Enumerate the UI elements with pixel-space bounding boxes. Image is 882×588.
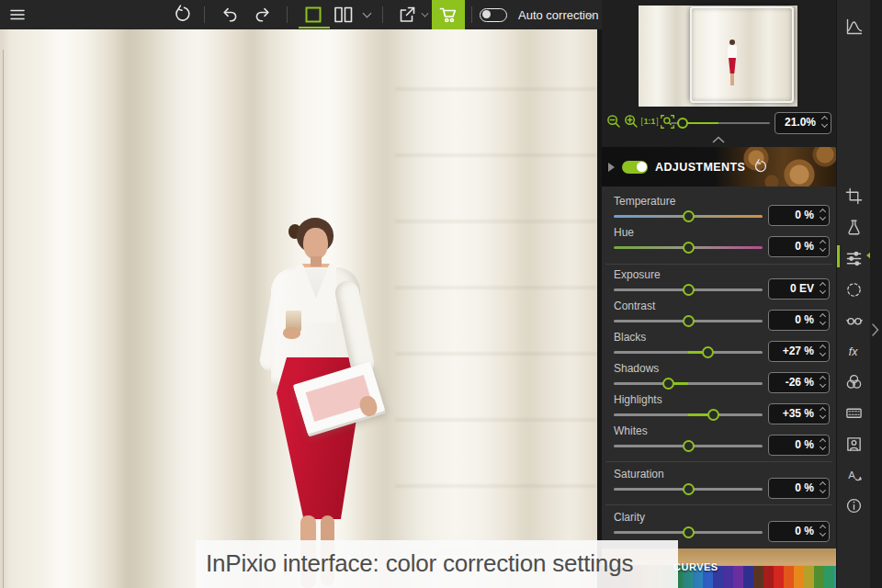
group-separator — [605, 264, 832, 265]
right-edge-strip — [870, 0, 882, 588]
value-spinner[interactable] — [820, 209, 825, 220]
inpixio-window: Auto correction — [0, 0, 882, 588]
slider-handle[interactable] — [683, 526, 695, 538]
value-spinner[interactable] — [820, 314, 825, 324]
navigator-collapse-chevron-up-icon[interactable] — [710, 134, 729, 145]
slider-track[interactable] — [614, 246, 763, 249]
zoom-slider-handle[interactable] — [677, 118, 688, 129]
cart-icon[interactable] — [432, 0, 465, 29]
menu-icon[interactable] — [6, 0, 29, 29]
slider-track[interactable] — [614, 215, 763, 218]
slider-value-box[interactable]: 0 % — [768, 205, 830, 226]
auto-correction-toggle[interactable] — [478, 0, 509, 29]
slider-track[interactable] — [614, 531, 763, 534]
undo-icon[interactable] — [217, 0, 243, 29]
typography-icon[interactable]: A — [837, 462, 871, 486]
zoom-slider-fill — [684, 122, 718, 124]
slider-value-box[interactable]: -26 % — [768, 372, 830, 393]
slider-value: +35 % — [783, 407, 814, 420]
group-separator — [605, 504, 832, 505]
selection-circle-icon[interactable] — [837, 277, 871, 301]
slider-value-box[interactable]: 0 % — [768, 478, 830, 499]
slider-value-box[interactable]: +27 % — [768, 341, 830, 362]
slider-track[interactable] — [614, 488, 763, 491]
slider-track[interactable] — [614, 413, 763, 416]
crop-icon[interactable] — [837, 184, 871, 208]
group-separator — [605, 461, 832, 462]
canvas-photo[interactable] — [0, 29, 597, 588]
share-caret-icon[interactable] — [419, 0, 430, 29]
slider-value-box[interactable]: 0 % — [768, 236, 830, 257]
effects-fx-icon[interactable]: fx — [837, 339, 871, 363]
value-spinner[interactable] — [820, 408, 825, 418]
slider-handle[interactable] — [683, 440, 695, 452]
glasses-icon[interactable] — [837, 308, 871, 332]
value-spinner[interactable] — [820, 345, 825, 356]
slider-value: 0 % — [795, 240, 814, 253]
slider-handle[interactable] — [662, 378, 674, 390]
zoom-value-box[interactable]: 21.0% — [775, 112, 831, 134]
slider-handle[interactable] — [683, 284, 695, 296]
slider-value-box[interactable]: 0 EV — [768, 278, 830, 300]
slider-handle[interactable] — [683, 315, 695, 327]
zoom-slider-track[interactable] — [671, 122, 770, 124]
slider-label: Blacks — [614, 331, 646, 344]
slider-value-box[interactable]: 0 % — [768, 521, 830, 542]
flask-icon[interactable] — [837, 215, 871, 239]
slider-label: Saturation — [614, 468, 664, 481]
auto-correction-caret-icon[interactable] — [582, 0, 597, 29]
adjust-sliders-icon[interactable] — [837, 246, 871, 270]
texture-keyboard-icon[interactable] — [837, 401, 871, 424]
portrait-frame-icon[interactable] — [837, 432, 871, 456]
view-single-icon[interactable] — [300, 0, 327, 29]
zoom-actual-1-1-icon[interactable]: 1:1 — [639, 113, 661, 130]
value-spinner[interactable] — [820, 283, 825, 293]
slider-label: Shadows — [614, 362, 659, 375]
view-options-caret-icon[interactable] — [358, 0, 375, 29]
redo-icon[interactable] — [250, 0, 276, 29]
photo-column-edge — [3, 50, 4, 588]
adjustments-collapse-triangle-icon[interactable] — [608, 163, 615, 172]
histogram-icon[interactable] — [837, 15, 871, 39]
slider-row-blacks: Blacks+27 % — [602, 331, 836, 364]
zoom-fit-icon[interactable] — [659, 113, 675, 130]
slider-handle[interactable] — [683, 483, 695, 495]
zoom-out-icon[interactable] — [605, 113, 622, 130]
slider-value-box[interactable]: 0 % — [768, 435, 830, 456]
figure-face — [303, 228, 328, 259]
slider-value: 0 % — [795, 525, 814, 537]
slider-value-box[interactable]: +35 % — [768, 403, 830, 424]
slider-handle[interactable] — [707, 409, 719, 421]
slider-label: Contrast — [614, 300, 655, 312]
value-spinner[interactable] — [820, 241, 825, 251]
zoom-spinner[interactable] — [822, 117, 827, 127]
slider-track[interactable] — [614, 382, 763, 385]
slider-handle[interactable] — [683, 242, 695, 254]
info-icon[interactable] — [837, 493, 871, 517]
view-split-icon[interactable] — [329, 0, 358, 29]
slider-handle[interactable] — [702, 346, 714, 358]
revert-icon[interactable] — [169, 0, 195, 29]
slider-row-clarity: Clarity0 % — [602, 511, 836, 544]
slider-track[interactable] — [614, 445, 763, 447]
slider-row-highlights: Highlights+35 % — [602, 393, 836, 426]
figure-hand-left — [283, 327, 300, 339]
slider-handle[interactable] — [683, 210, 695, 222]
color-mix-icon[interactable] — [837, 369, 871, 393]
panel-expander-chevron-right-icon[interactable] — [870, 320, 882, 340]
value-spinner[interactable] — [820, 377, 825, 387]
adjustments-reset-icon[interactable] — [752, 159, 768, 175]
value-spinner[interactable] — [820, 482, 825, 492]
share-icon[interactable] — [393, 0, 421, 29]
slider-track[interactable] — [614, 320, 763, 322]
value-spinner[interactable] — [820, 439, 825, 449]
slider-track[interactable] — [614, 288, 763, 291]
slider-row-whites: Whites0 % — [602, 424, 836, 458]
slider-value-box[interactable]: 0 % — [768, 310, 830, 331]
slider-track[interactable] — [614, 351, 763, 354]
right-toolbar: fxA — [836, 0, 870, 588]
adjustments-toggle[interactable] — [622, 161, 648, 174]
navigator-viewport-rect[interactable] — [690, 6, 794, 103]
zoom-in-icon[interactable] — [623, 113, 639, 130]
value-spinner[interactable] — [820, 526, 825, 536]
